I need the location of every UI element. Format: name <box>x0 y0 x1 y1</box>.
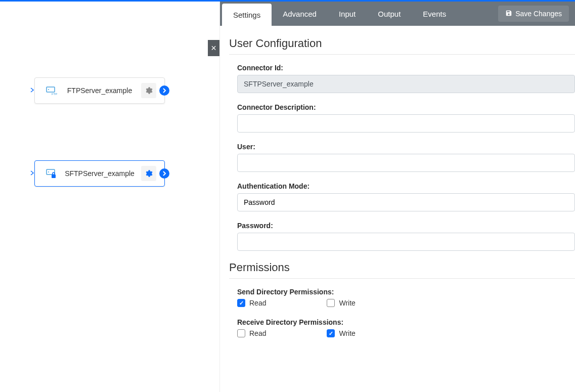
checkbox-icon <box>327 299 335 307</box>
tabs-bar: Settings Advanced Input Output Events Sa… <box>220 2 575 26</box>
close-icon: × <box>211 43 216 54</box>
chevron-right-icon <box>30 170 36 177</box>
save-button-label: Save Changes <box>515 10 562 18</box>
settings-panel: Settings Advanced Input Output Events Sa… <box>220 2 575 392</box>
password-label: Password: <box>237 222 575 230</box>
arrow-right-icon[interactable] <box>159 168 169 179</box>
connector-label: FTPServer_example <box>58 86 141 95</box>
connector-label: SFTPServer_example <box>58 169 141 178</box>
main-layout: × FTP FTPServer_example SFTPS <box>0 2 575 392</box>
receive-permissions-label: Receive Directory Permissions: <box>237 318 575 326</box>
tab-output[interactable]: Output <box>367 2 412 26</box>
section-heading-user-config: User Configuration <box>229 37 575 50</box>
divider <box>229 54 575 55</box>
svg-rect-3 <box>47 169 55 175</box>
user-label: User: <box>237 143 575 151</box>
chevron-right-icon <box>30 88 36 94</box>
receive-write-checkbox[interactable]: Write <box>327 329 355 337</box>
svg-rect-5 <box>52 175 56 178</box>
connector-description-label: Connector Description: <box>237 103 575 111</box>
auth-mode-select[interactable] <box>237 193 575 211</box>
user-input[interactable] <box>237 154 575 172</box>
user-config-form: Connector Id: Connector Description: Use… <box>229 64 575 251</box>
connector-id-label: Connector Id: <box>237 64 575 72</box>
content-area: User Configuration Connector Id: Connect… <box>220 26 575 392</box>
svg-rect-0 <box>47 87 55 92</box>
checkbox-icon <box>237 329 245 337</box>
checkbox-icon <box>237 299 245 307</box>
connector-card-sftpserver[interactable]: SFTPServer_example <box>34 160 165 187</box>
connector-card-ftpserver[interactable]: FTP FTPServer_example <box>34 77 165 104</box>
gear-icon[interactable] <box>141 166 156 181</box>
checkbox-text: Write <box>339 329 355 337</box>
tab-settings[interactable]: Settings <box>222 4 272 26</box>
collapse-panel-button[interactable]: × <box>208 40 219 56</box>
auth-mode-label: Authentication Mode: <box>237 182 575 190</box>
svg-text:FTP: FTP <box>52 93 57 96</box>
arrow-right-icon[interactable] <box>159 85 169 96</box>
checkbox-icon <box>327 329 335 337</box>
connector-description-input[interactable] <box>237 114 575 133</box>
ftp-server-icon: FTP <box>44 83 58 98</box>
save-changes-button[interactable]: Save Changes <box>498 6 569 22</box>
tab-input[interactable]: Input <box>328 2 367 26</box>
permissions-form: Send Directory Permissions: Read Write R <box>229 288 575 337</box>
password-input[interactable] <box>237 233 575 251</box>
checkbox-text: Read <box>249 329 266 337</box>
divider <box>229 278 575 279</box>
tab-events[interactable]: Events <box>412 2 457 26</box>
checkbox-text: Read <box>249 299 266 307</box>
send-write-checkbox[interactable]: Write <box>327 299 355 307</box>
svg-point-4 <box>48 171 49 172</box>
save-icon <box>505 10 512 18</box>
section-heading-permissions: Permissions <box>229 261 575 274</box>
receive-read-checkbox[interactable]: Read <box>237 329 266 337</box>
gear-icon[interactable] <box>141 83 156 98</box>
tab-advanced[interactable]: Advanced <box>272 2 328 26</box>
connector-id-input <box>237 75 575 93</box>
svg-point-1 <box>48 89 49 90</box>
workspace-panel: × FTP FTPServer_example SFTPS <box>0 2 220 392</box>
checkbox-text: Write <box>339 299 355 307</box>
sftp-server-icon <box>44 166 58 181</box>
send-permissions-label: Send Directory Permissions: <box>237 288 575 296</box>
send-read-checkbox[interactable]: Read <box>237 299 266 307</box>
